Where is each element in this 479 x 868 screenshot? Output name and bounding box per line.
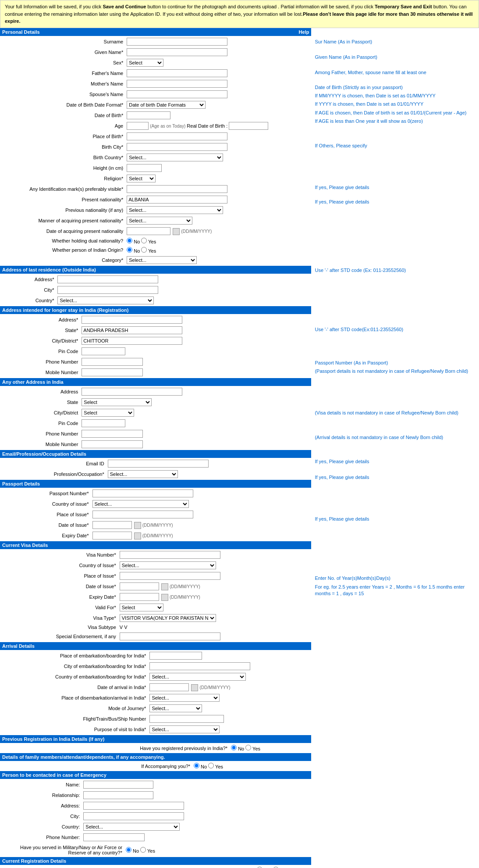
reg-phone-input[interactable] <box>82 358 143 366</box>
emerg-phone-input[interactable] <box>83 833 145 841</box>
city-embarkation-input[interactable] <box>149 662 250 670</box>
accompanying-no-label[interactable]: No <box>194 764 207 769</box>
indian-origin-yes-radio[interactable] <box>141 247 147 253</box>
last-address-input[interactable] <box>57 275 158 283</box>
flight-number-input[interactable] <box>149 715 224 723</box>
visa-place-input[interactable] <box>120 572 220 580</box>
email-input[interactable] <box>108 460 209 468</box>
surname-input[interactable] <box>127 38 227 46</box>
dob-row: Date of Birth* <box>1 111 310 120</box>
reg-mobile-input[interactable] <box>82 368 143 376</box>
purpose-visit-select[interactable]: Select... <box>149 725 220 733</box>
date-acquiring-input[interactable] <box>127 227 170 235</box>
military-no-radio[interactable] <box>126 847 131 853</box>
passport-place-input[interactable] <box>92 511 193 518</box>
place-disembarkation-select[interactable]: Select... <box>149 694 220 702</box>
accompanying-yes-radio[interactable] <box>208 763 214 768</box>
other-address-input[interactable] <box>82 388 182 396</box>
height-input[interactable] <box>127 164 162 172</box>
reg-state-input[interactable] <box>82 326 182 334</box>
reg-pin-label: Pin Code <box>1 346 79 356</box>
cal-icon-visa-expiry[interactable] <box>161 594 168 601</box>
last-city-input[interactable] <box>57 286 158 294</box>
reg-address-input[interactable] <box>82 316 182 324</box>
prev-reg-yes-label[interactable]: Yes <box>245 746 260 751</box>
dual-yes-radio[interactable] <box>141 238 147 243</box>
cal-icon-passport-expiry[interactable] <box>134 532 141 539</box>
emergency-contact-header: Person to be contacted in case of Emerge… <box>0 771 311 779</box>
dob-format-select[interactable]: Date of birth Date Formats DD/MM/YYYY MM… <box>127 101 206 109</box>
visa-number-input[interactable] <box>120 551 220 559</box>
accompanying-no-radio[interactable] <box>194 763 199 768</box>
age-input[interactable] <box>127 122 149 130</box>
emerg-name-input[interactable] <box>83 781 153 789</box>
birth-city-input[interactable] <box>127 143 227 151</box>
fathers-name-input[interactable] <box>127 69 227 77</box>
dual-yes-label[interactable]: Yes <box>141 239 156 244</box>
accompanying-yes-label[interactable]: Yes <box>208 764 223 769</box>
military-yes-radio[interactable] <box>140 847 146 853</box>
birth-country-select[interactable]: Select... <box>127 154 223 161</box>
indian-origin-no-label[interactable]: No <box>127 248 140 254</box>
indian-origin-yes-label[interactable]: Yes <box>141 248 156 254</box>
dual-no-label[interactable]: No <box>127 239 140 244</box>
place-of-birth-input[interactable] <box>127 132 227 140</box>
category-select[interactable]: Select... <box>127 256 197 264</box>
spouses-name-input[interactable] <box>127 90 227 98</box>
indian-origin-no-radio[interactable] <box>127 247 132 253</box>
last-country-select[interactable]: Select... <box>57 296 154 304</box>
military-no-label[interactable]: No <box>126 848 139 854</box>
prev-reg-yes-radio[interactable] <box>245 745 251 750</box>
mothers-name-input[interactable] <box>127 80 227 88</box>
cal-icon-visa-issue[interactable] <box>161 583 168 590</box>
previous-nationality-select[interactable]: Select... <box>127 206 223 214</box>
visa-expiry-input[interactable] <box>120 593 159 601</box>
prev-reg-no-radio[interactable] <box>231 745 237 750</box>
mode-journey-select[interactable]: Select... <box>149 704 202 712</box>
reg-mobile-row: Mobile Number <box>1 368 310 377</box>
date-arrival-input[interactable] <box>149 683 189 691</box>
emerg-relationship-input[interactable] <box>83 791 153 799</box>
dob-input[interactable] <box>127 111 170 119</box>
visa-country-select[interactable]: Select... <box>120 561 216 569</box>
visa-issue-date-input[interactable] <box>120 582 159 590</box>
date-format-visa-issue: (DD/MM/YYYY) <box>170 584 200 589</box>
other-pin-input[interactable] <box>82 419 125 427</box>
given-name-input[interactable] <box>127 48 227 56</box>
other-city-select[interactable]: Select <box>82 409 134 417</box>
valid-for-select[interactable]: Select <box>120 604 163 611</box>
present-nationality-input[interactable] <box>127 196 227 204</box>
cal-icon-arrival[interactable] <box>191 684 198 691</box>
other-state-select[interactable]: Select <box>82 398 152 406</box>
arrival-details-title: Arrival Details <box>2 643 35 649</box>
cal-icon-passport-issue[interactable] <box>134 522 141 529</box>
place-embarkation-input[interactable] <box>149 652 202 660</box>
passport-country-select[interactable]: Select... <box>92 500 189 508</box>
sex-select[interactable]: Select Male Female Transgender <box>127 59 163 67</box>
other-phone-input[interactable] <box>82 430 143 438</box>
reg-city-input[interactable] <box>82 337 182 345</box>
passport-number-input[interactable] <box>92 489 193 497</box>
previous-nationality-field: Select... <box>125 205 310 215</box>
dual-no-radio[interactable] <box>127 238 132 243</box>
visa-type-select[interactable]: VISITOR VISA(ONLY FOR PAKISTAN NATIONALS… <box>120 614 216 622</box>
prev-reg-no-label[interactable]: No <box>231 746 244 751</box>
manner-acquiring-select[interactable]: Select... <box>127 217 192 225</box>
place-disembarkation-row: Place of disembarkation/arrival in India… <box>1 693 310 703</box>
passport-issue-date-input[interactable] <box>92 521 132 529</box>
identification-input[interactable] <box>127 185 227 193</box>
religion-select[interactable]: Select Hindu Muslim Christian Sikh Buddh… <box>127 175 156 182</box>
country-embarkation-select[interactable]: Select... <box>149 673 246 681</box>
special-endorsement-input[interactable] <box>120 632 220 640</box>
reg-pin-input[interactable] <box>82 347 125 355</box>
military-yes-label[interactable]: Yes <box>140 848 155 854</box>
profession-select[interactable]: Select... <box>108 470 178 478</box>
other-mobile-input[interactable] <box>82 440 143 448</box>
real-dob-input[interactable] <box>229 122 268 130</box>
emerg-address-input[interactable] <box>83 802 184 810</box>
dual-nationality-field: No Yes <box>125 237 310 245</box>
cal-icon-acquiring[interactable] <box>173 228 180 235</box>
emerg-city-input[interactable] <box>83 812 184 820</box>
emerg-country-select[interactable]: Select... <box>83 823 180 831</box>
passport-expiry-input[interactable] <box>92 532 132 539</box>
